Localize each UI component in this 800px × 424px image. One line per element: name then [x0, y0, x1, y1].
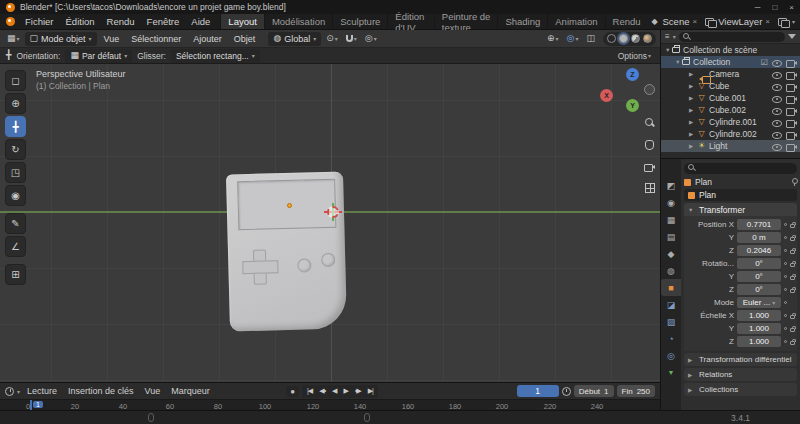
chevron-down-icon[interactable]: ▾ [792, 18, 795, 25]
disclosure-icon[interactable]: ▶ [689, 95, 696, 101]
outliner-item-cube[interactable]: ▶ ▽ Cube [661, 80, 800, 92]
position-y-field[interactable]: 0 m [737, 232, 781, 243]
mode-dropdown[interactable]: ▢ Mode objet ▾ [25, 32, 97, 46]
animate-dot[interactable] [784, 223, 787, 226]
lock-icon[interactable] [790, 289, 795, 293]
pin-icon[interactable] [791, 178, 797, 186]
lock-icon[interactable] [790, 250, 795, 254]
tab-constraints-icon[interactable]: ◎ [661, 347, 681, 364]
eye-icon[interactable] [772, 94, 782, 102]
chevron-down-icon[interactable]: ▾ [673, 33, 676, 40]
camera-visibility-icon[interactable] [786, 142, 797, 151]
tab-particles-icon[interactable]: ▨ [661, 313, 681, 330]
section-delta-transform[interactable]: ▶ Transformation différentiel [684, 353, 797, 366]
tab-sculpture[interactable]: Sculpture [332, 14, 387, 29]
jump-end-button[interactable]: ▶| [365, 387, 376, 395]
menu-objet[interactable]: Objet [229, 34, 261, 44]
play-reverse-button[interactable]: ◀ [329, 387, 339, 395]
scale-z-field[interactable]: 1.000 [737, 336, 781, 347]
frame-start-field[interactable]: Début 1 [574, 385, 614, 397]
outliner-item-cylindre-001[interactable]: ▶ ▽ Cylindre.001 [661, 116, 800, 128]
camera-visibility-icon[interactable] [786, 82, 797, 91]
jump-start-button[interactable]: |◀ [304, 387, 315, 395]
shading-solid-button[interactable] [619, 34, 628, 43]
scale-y-field[interactable]: 1.000 [737, 323, 781, 334]
animate-dot[interactable] [784, 340, 787, 343]
outliner-item-light[interactable]: ▶ ☀ Light [661, 140, 800, 152]
object-name-field[interactable]: Plan [684, 189, 797, 201]
proportional-editing-button[interactable]: ◎ ▾ [362, 34, 380, 43]
outliner-search-input[interactable] [679, 32, 785, 42]
rotation-z-field[interactable]: 0° [737, 284, 781, 295]
collection-checkbox[interactable]: ☑ [761, 58, 768, 67]
frame-end-field[interactable]: Fin 250 [617, 385, 655, 397]
shading-wireframe-button[interactable] [607, 34, 616, 43]
tool-rotate[interactable]: ↻ [5, 139, 26, 160]
tool-move[interactable]: ╋ [5, 116, 26, 137]
gizmo-z-axis[interactable]: Z [626, 68, 639, 81]
disclosure-icon[interactable]: ▶ [689, 107, 696, 113]
menu-insertion-cles[interactable]: Insertion de clés [64, 386, 138, 396]
animate-dot[interactable] [784, 327, 787, 330]
tab-rendu[interactable]: Rendu [605, 14, 648, 29]
tab-object-icon[interactable]: ■ [661, 279, 681, 296]
chevron-down-icon[interactable]: ▾ [17, 388, 20, 395]
viewport-3d[interactable]: Perspective Utilisateur (1) Collection |… [0, 64, 660, 382]
tool-scale[interactable]: ◳ [5, 162, 26, 183]
viewlayer-unlink-icon[interactable]: × [765, 17, 770, 26]
animate-dot[interactable] [784, 275, 787, 278]
tab-modifiers-icon[interactable]: ◪ [661, 296, 681, 313]
camera-visibility-icon[interactable] [786, 94, 797, 103]
tab-world-icon[interactable]: ◍ [661, 262, 681, 279]
lock-icon[interactable] [790, 224, 795, 228]
eye-icon[interactable] [772, 142, 782, 150]
tool-add-cube[interactable]: ⊞ [5, 264, 26, 285]
outliner-item-cube-002[interactable]: ▶ ▽ Cube.002 [661, 104, 800, 116]
menu-edition[interactable]: Édition [60, 14, 101, 29]
transform-panel-header[interactable]: ▼ Transformer [684, 203, 797, 216]
animate-dot[interactable] [784, 236, 787, 239]
tab-modelisation[interactable]: Modélisation [264, 14, 332, 29]
gameboy-model[interactable] [226, 171, 347, 331]
next-keyframe-button[interactable]: •▶ [352, 387, 364, 395]
xray-toggle[interactable]: ◫ [583, 34, 598, 43]
position-x-field[interactable]: 0.7701 [737, 219, 781, 230]
tab-peinture-texture[interactable]: Peinture de texture [434, 14, 498, 29]
lock-icon[interactable] [790, 237, 795, 241]
tab-layout[interactable]: Layout [220, 14, 264, 29]
section-relations[interactable]: ▶ Relations [684, 368, 797, 381]
scene-unlink-icon[interactable]: × [692, 17, 697, 26]
tab-shading[interactable]: Shading [497, 14, 547, 29]
tab-output-icon[interactable]: ▦ [661, 211, 681, 228]
pan-hand-icon[interactable] [645, 140, 654, 150]
eye-icon[interactable] [772, 118, 782, 126]
menu-selectionner[interactable]: Sélectionner [126, 34, 186, 44]
camera-view-icon[interactable] [644, 162, 655, 171]
play-button[interactable]: ▶ [340, 387, 350, 395]
maximize-button[interactable]: □ [772, 3, 777, 12]
lock-icon[interactable] [790, 276, 795, 280]
blender-menu-logo[interactable] [6, 17, 15, 26]
properties-search-input[interactable] [684, 163, 797, 174]
camera-visibility-icon[interactable] [786, 58, 797, 67]
lock-icon[interactable] [790, 263, 795, 267]
camera-visibility-icon[interactable] [786, 118, 797, 127]
lock-icon[interactable] [790, 328, 795, 332]
camera-visibility-icon[interactable] [786, 106, 797, 115]
lock-icon[interactable] [790, 341, 795, 345]
menu-aide[interactable]: Aide [185, 14, 216, 29]
transform-orientation-dropdown[interactable]: ◍ Global ▾ [268, 32, 321, 46]
tab-physics-icon[interactable]: ◔ [661, 330, 681, 347]
record-button[interactable]: ● [286, 386, 299, 397]
show-overlays-toggle[interactable]: ◎ ▾ [564, 34, 582, 43]
rotation-x-field[interactable]: 0° [737, 258, 781, 269]
gizmo-negative-axis[interactable] [644, 84, 655, 95]
tool-cursor[interactable]: ⊕ [5, 93, 26, 114]
gizmo-x-axis[interactable]: X [600, 89, 613, 102]
tool-select-box[interactable]: ◻ [5, 70, 26, 91]
shading-rendered-button[interactable] [643, 34, 652, 43]
orientation-default-dropdown[interactable]: ▦ Par défaut ▾ [65, 49, 132, 63]
rotation-y-field[interactable]: 0° [737, 271, 781, 282]
outliner-item-camera[interactable]: ▶ Camera [661, 68, 800, 80]
animate-dot[interactable] [784, 288, 787, 291]
